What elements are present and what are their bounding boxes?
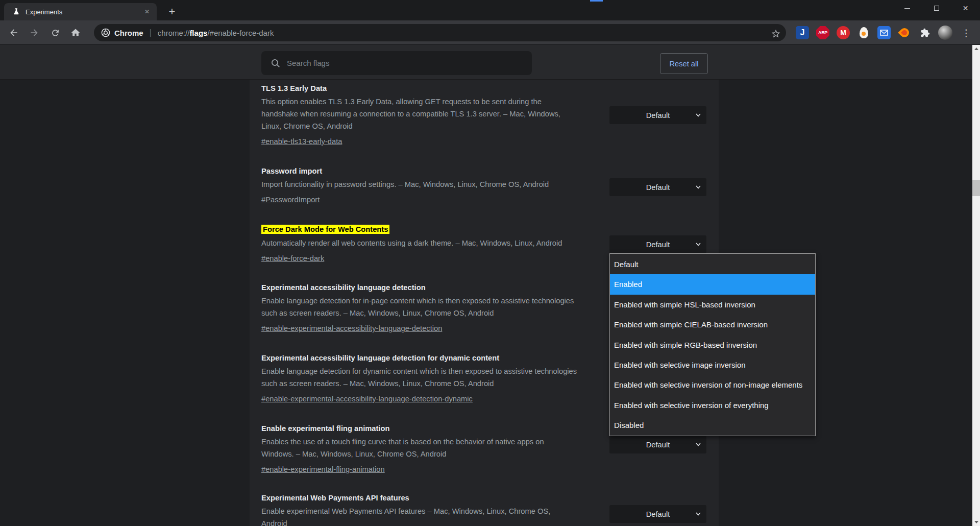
flask-icon (12, 8, 20, 16)
adblock-plus-icon: ABP (816, 26, 829, 39)
dropdown-option[interactable]: Enabled with selective inversion of non-… (610, 375, 815, 395)
browser-tab[interactable]: Experiments ✕ (4, 3, 157, 20)
window-maximize-button[interactable] (922, 0, 951, 16)
back-button[interactable] (8, 27, 20, 39)
window-close-button[interactable]: ✕ (951, 0, 980, 16)
flag-description: Enable language detection for in-page co… (261, 295, 578, 319)
flag-permalink[interactable]: #PasswordImport (261, 195, 320, 205)
back-arrow-icon (9, 28, 19, 38)
forward-arrow-icon (29, 28, 39, 38)
mail-extension-icon[interactable] (877, 26, 891, 40)
flag-permalink[interactable]: #enable-tls13-early-data (261, 136, 342, 147)
flag-value-select[interactable]: Default (609, 436, 706, 453)
reset-all-button[interactable]: Reset all (660, 53, 708, 74)
flag-description: Import functionality in password setting… (261, 178, 578, 190)
flag-title: Experimental accessibility language dete… (261, 354, 578, 362)
dropdown-menu: DefaultEnabledEnabled with simple HSL-ba… (609, 253, 816, 436)
flag-value-select-force-dark[interactable]: Default (609, 235, 706, 253)
chevron-down-icon (696, 512, 701, 516)
jdownloader-extension-icon[interactable]: J (795, 26, 810, 40)
flag-row: TLS 1.3 Early Data This option enables T… (261, 84, 578, 147)
flags-page: Reset all TLS 1.3 Early Data This option… (0, 45, 980, 526)
reload-button[interactable] (49, 27, 61, 39)
flag-description: Automatically render all web contents us… (261, 237, 578, 249)
flag-description: Enable language detection for dynamic co… (261, 365, 578, 390)
scrollbar[interactable] (972, 45, 980, 526)
flag-value-select[interactable]: Default (609, 178, 706, 196)
flag-description: This option enables TLS 1.3 Early Data, … (261, 95, 578, 132)
flame-icon (898, 26, 911, 39)
dropdown-option[interactable]: Enabled with selective image inversion (610, 355, 815, 375)
close-icon: ✕ (963, 5, 969, 12)
star-icon (771, 29, 781, 39)
flag-permalink[interactable]: #enable-force-dark (261, 253, 324, 264)
profile-avatar-button[interactable] (938, 26, 952, 40)
adblock-plus-extension-icon[interactable]: ABP (816, 26, 830, 40)
bookmark-star-button[interactable] (771, 29, 782, 40)
flag-title: TLS 1.3 Early Data (261, 84, 578, 92)
chrome-logo-icon (101, 28, 110, 37)
flag-description: Enables the use of a touch fling curve t… (261, 436, 578, 460)
flag-row-force-dark: Force Dark Mode for Web Contents Automat… (261, 225, 578, 264)
chevron-down-icon (696, 443, 701, 446)
dropdown-option[interactable]: Enabled (610, 274, 815, 294)
flag-title: Experimental Web Payments API features (261, 494, 578, 502)
scrollbar-thumb[interactable] (972, 180, 980, 196)
jdownloader-icon: J (796, 26, 809, 39)
chip-separator: | (150, 28, 152, 37)
address-bar[interactable]: Chrome | chrome://flags/#enable-force-da… (94, 24, 786, 41)
flag-row: Experimental Web Payments API features E… (261, 494, 578, 526)
window-frame: Experiments ✕ + ✕ (0, 0, 980, 20)
flag-value-select[interactable]: Default (609, 505, 706, 523)
dropdown-option[interactable]: Enabled with simple HSL-based inversion (610, 295, 815, 315)
site-chip-label: Chrome (114, 29, 143, 37)
extensions-button[interactable] (918, 26, 932, 40)
flag-title: Experimental accessibility language dete… (261, 283, 578, 292)
flag-permalink[interactable]: #enable-experimental-accessibility-langu… (261, 394, 473, 404)
flag-title: Password import (261, 167, 578, 175)
dropdown-option[interactable]: Enabled with simple CIELAB-based inversi… (610, 315, 815, 334)
scrollbar-up-arrow[interactable] (972, 45, 980, 53)
new-tab-button[interactable]: + (164, 4, 180, 19)
forward-button[interactable] (28, 27, 40, 39)
maximize-icon (934, 6, 939, 11)
flag-row: Experimental accessibility language dete… (261, 354, 578, 404)
minimize-icon (904, 8, 910, 9)
dropdown-option[interactable]: Enabled with simple RGB-based inversion (610, 335, 815, 355)
home-button[interactable] (69, 27, 82, 39)
home-icon (70, 28, 81, 38)
scrollbar-down-arrow[interactable] (972, 518, 980, 526)
menu-dots-icon: ⋮ (962, 27, 971, 39)
profile-avatar (938, 26, 952, 40)
search-icon (271, 58, 281, 68)
flag-permalink[interactable]: #enable-experimental-accessibility-langu… (261, 323, 442, 333)
dropdown-option[interactable]: Disabled (610, 415, 815, 435)
browser-menu-button[interactable]: ⋮ (959, 26, 973, 40)
dropdown-option[interactable]: Enabled with selective inversion of ever… (610, 395, 815, 415)
flag-row: Enable experimental fling animation Enab… (261, 424, 578, 474)
chevron-down-icon (696, 185, 701, 189)
flag-row: Password import Import functionality in … (261, 167, 578, 205)
flame-extension-icon[interactable] (897, 26, 912, 40)
chevron-down-icon (696, 243, 701, 246)
flag-value-select[interactable]: Default (609, 106, 706, 124)
flag-title-highlighted: Force Dark Mode for Web Contents (261, 225, 389, 234)
flag-title: Enable experimental fling animation (261, 424, 578, 433)
mega-icon: M (837, 26, 850, 39)
dropdown-option[interactable]: Default (610, 254, 815, 274)
egg-extension-icon[interactable] (856, 26, 871, 40)
reload-icon (51, 28, 60, 38)
search-input[interactable] (287, 59, 526, 67)
mega-extension-icon[interactable]: M (836, 26, 850, 40)
tab-title: Experiments (26, 8, 141, 16)
tab-close-icon[interactable]: ✕ (141, 6, 153, 17)
flag-permalink[interactable]: #enable-experimental-fling-animation (261, 464, 385, 474)
mail-icon (877, 26, 891, 39)
window-minimize-button[interactable] (893, 0, 922, 16)
egg-icon (860, 27, 868, 38)
extensions-puzzle-icon (920, 28, 930, 38)
chevron-down-icon (696, 113, 701, 117)
frame-accent-strip (590, 0, 603, 2)
flag-row: Experimental accessibility language dete… (261, 283, 578, 333)
search-flags-box[interactable] (261, 51, 532, 75)
